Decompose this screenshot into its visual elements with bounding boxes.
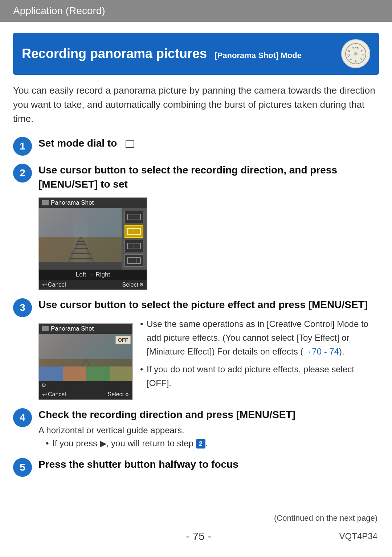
step-1-number: 1 <box>13 137 32 156</box>
step-4-bullet: If you press ▶, you will return to step … <box>46 437 379 450</box>
set-icon-2: ⚙ <box>125 392 129 397</box>
step-ref-badge: 2 <box>196 439 205 449</box>
step-5-content: Press the shutter button halfway to focu… <box>38 457 379 471</box>
step-2: 2 Use cursor button to select the record… <box>13 163 379 290</box>
panorama-icon <box>42 200 49 205</box>
menu-item-3 <box>124 240 143 252</box>
settings-icon-small: ⚙ <box>41 382 46 389</box>
step-3-bottom: ↩ Cancel Select ⚙ <box>39 390 132 400</box>
step-1-heading: Set mode dial to <box>38 136 379 150</box>
step-4-content: Check the recording direction and press … <box>38 407 379 450</box>
step-3-cancel: ↩ Cancel <box>42 391 66 398</box>
step-3-screen: Panorama Shot OFF <box>38 317 133 400</box>
back-arrow-icon: ↩ <box>42 281 47 288</box>
pano-icon-s3 <box>42 326 49 331</box>
step-3: 3 Use cursor button to select the pictur… <box>13 298 379 400</box>
step-4: 4 Check the recording direction and pres… <box>13 407 379 450</box>
menu-item-4 <box>124 254 143 267</box>
page-footer: (Continued on the next page) - 75 - VQT4… <box>0 513 392 542</box>
step-4-number: 4 <box>13 408 32 427</box>
select-display: Select ⚙ <box>122 282 144 288</box>
model-number: VQT4P34 <box>339 531 377 541</box>
step-2-content: Use cursor button to select the recordin… <box>38 163 379 290</box>
mode-dial-icon: SCN B ♦ S A ⌁ ツ ≡ <box>341 39 370 68</box>
off-badge: OFF <box>115 336 131 344</box>
step-5: 5 Press the shutter button halfway to fo… <box>13 457 379 477</box>
back-arrow-2: ↩ <box>42 391 47 398</box>
page-number: - 75 - <box>58 530 339 542</box>
effect-4 <box>110 366 133 381</box>
screen-top-bar: Panorama Shot <box>39 198 147 208</box>
step-3-number: 3 <box>13 298 32 317</box>
step-5-number: 5 <box>13 458 32 477</box>
svg-text:⌁: ⌁ <box>350 57 352 62</box>
step-3-bullets: Use the same operations as in [Creative … <box>140 317 379 400</box>
step-1: 1 Set mode dial to <box>13 136 379 156</box>
step-3-icon-row: ⚙ <box>39 381 132 390</box>
title-main: Recording panorama pictures <box>22 46 207 61</box>
screen-title: Panorama Shot <box>51 199 94 206</box>
screen-bottom: ↩ Cancel Select ⚙ <box>39 280 147 290</box>
title-section: Recording panorama pictures [Panorama Sh… <box>13 33 379 75</box>
svg-text:B: B <box>361 49 363 53</box>
step-3-top-bar: Panorama Shot <box>39 324 132 334</box>
svg-text:S: S <box>360 57 362 61</box>
cancel-display: ↩ Cancel <box>42 281 66 288</box>
svg-point-9 <box>354 52 358 56</box>
step-3-camera-screen: Panorama Shot OFF <box>38 323 133 400</box>
svg-rect-26 <box>127 258 140 263</box>
title-sub: [Panorama Shot] Mode <box>215 51 302 60</box>
step-2-number: 2 <box>13 164 32 183</box>
page-number-row: - 75 - VQT4P34 <box>0 530 392 542</box>
header-title: Application (Record) <box>13 5 105 16</box>
direction-menu <box>122 208 147 270</box>
step-3-preview: OFF <box>39 334 133 381</box>
title-text-block: Recording panorama pictures [Panorama Sh… <box>22 46 302 61</box>
step-4-heading: Check the recording direction and press … <box>38 407 379 422</box>
step-1-content: Set mode dial to <box>38 136 379 150</box>
step-5-heading: Press the shutter button halfway to focu… <box>38 457 379 471</box>
step-2-screen: Panorama Shot <box>38 197 147 290</box>
set-icon: ⚙ <box>139 282 144 287</box>
effect-3 <box>86 366 110 381</box>
header-bar: Application (Record) <box>0 0 392 22</box>
direction-label: Left → Right <box>39 270 147 280</box>
step-4-subtext: A horizontal or vertical guide appears. … <box>38 424 379 450</box>
svg-text:ツ: ツ <box>347 54 350 57</box>
effect-2 <box>63 366 86 381</box>
svg-text:SCN: SCN <box>352 46 359 50</box>
step-2-heading: Use cursor button to select the recordin… <box>38 163 379 191</box>
bullet-2: If you do not want to add picture effect… <box>140 363 379 390</box>
step-3-select: Select ⚙ <box>108 391 129 398</box>
bullet-1: Use the same operations as in [Creative … <box>140 317 379 359</box>
screen-main <box>39 208 147 270</box>
menu-item-2-selected <box>124 225 143 238</box>
menu-item-1 <box>124 211 143 223</box>
effect-1 <box>39 366 63 381</box>
svg-text:♦: ♦ <box>362 53 364 57</box>
effect-strip <box>39 366 133 381</box>
svg-text:A: A <box>355 60 357 63</box>
svg-text:≡: ≡ <box>348 49 350 53</box>
step-3-details: Panorama Shot OFF <box>38 317 379 400</box>
camera-preview <box>39 208 122 262</box>
intro-paragraph: You can easily record a panorama picture… <box>13 83 379 126</box>
continued-text: (Continued on the next page) <box>0 513 392 523</box>
svg-rect-10 <box>39 208 122 237</box>
step-3-content: Use cursor button to select the picture … <box>38 298 379 400</box>
step-3-heading: Use cursor button to select the picture … <box>38 298 379 312</box>
